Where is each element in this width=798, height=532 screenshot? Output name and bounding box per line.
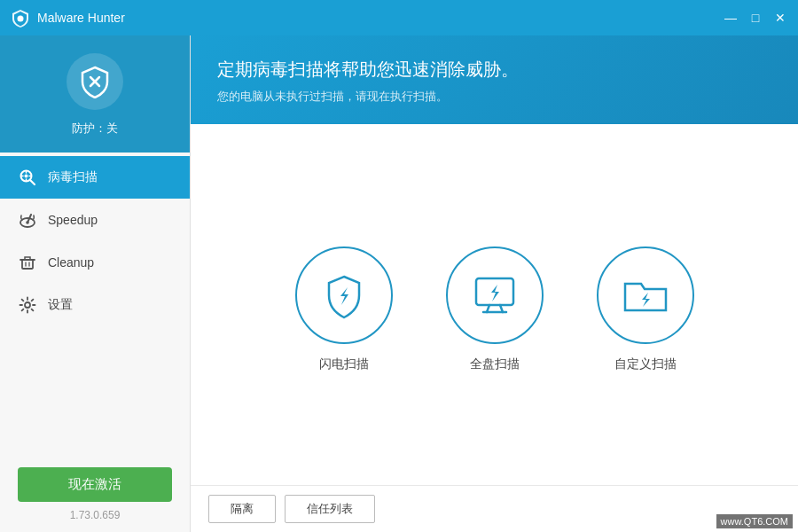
flash-scan-label: 闪电扫描: [319, 356, 369, 372]
flash-scan-icon: [318, 270, 370, 321]
full-scan-label: 全盘扫描: [470, 356, 520, 372]
sidebar-header: 防护：关: [0, 35, 190, 153]
svg-point-11: [25, 302, 30, 308]
sidebar: 防护：关 病毒扫描: [0, 35, 191, 532]
banner-title: 定期病毒扫描将帮助您迅速消除威胁。: [217, 58, 771, 82]
title-bar: Malware Hunter — □ ✕: [0, 0, 798, 35]
svg-point-5: [25, 175, 28, 178]
version-label: 1.73.0.659: [18, 509, 172, 521]
scan-icons-row: 闪电扫描 全盘扫描: [191, 124, 798, 485]
custom-scan-option[interactable]: 自定义扫描: [597, 246, 694, 372]
custom-scan-label: 自定义扫描: [614, 356, 677, 372]
main-content: 定期病毒扫描将帮助您迅速消除威胁。 您的电脑从未执行过扫描，请现在执行扫描。 闪…: [191, 35, 798, 532]
minimize-button[interactable]: —: [724, 12, 738, 24]
banner-subtitle: 您的电脑从未执行过扫描，请现在执行扫描。: [217, 89, 771, 105]
sidebar-item-settings[interactable]: 设置: [0, 284, 190, 326]
full-scan-icon: [467, 268, 522, 323]
cleanup-icon: [18, 253, 37, 272]
nav-items: 病毒扫描 Speedup: [0, 153, 190, 453]
sidebar-footer: 现在激活 1.73.0.659: [0, 453, 190, 532]
app-title: Malware Hunter: [37, 11, 724, 25]
virus-scan-icon: [18, 168, 37, 187]
protection-status-label: 防护：关: [72, 121, 118, 137]
sidebar-item-cleanup-label: Cleanup: [48, 255, 94, 270]
watermark-label: www.QT6.COM: [716, 514, 793, 528]
full-scan-circle: [446, 246, 544, 344]
app-body: 防护：关 病毒扫描: [0, 35, 798, 532]
app-logo-icon: [11, 8, 30, 27]
top-banner: 定期病毒扫描将帮助您迅速消除威胁。 您的电脑从未执行过扫描，请现在执行扫描。: [191, 35, 798, 124]
svg-rect-8: [22, 260, 33, 269]
sidebar-item-settings-label: 设置: [48, 297, 73, 313]
maximize-button[interactable]: □: [748, 12, 763, 24]
window-controls: — □ ✕: [724, 12, 787, 24]
shield-icon-wrap: [66, 53, 123, 110]
svg-point-7: [26, 221, 29, 224]
activate-button[interactable]: 现在激活: [18, 467, 172, 502]
flash-scan-option[interactable]: 闪电扫描: [295, 246, 393, 372]
sidebar-item-cleanup[interactable]: Cleanup: [0, 241, 190, 284]
quarantine-button[interactable]: 隔离: [208, 495, 276, 523]
settings-icon: [18, 295, 37, 315]
sidebar-item-virus-scan-label: 病毒扫描: [48, 169, 98, 185]
trust-list-button[interactable]: 信任列表: [285, 495, 375, 523]
sidebar-item-speedup-label: Speedup: [48, 213, 98, 227]
svg-point-0: [18, 16, 24, 22]
close-button[interactable]: ✕: [773, 12, 787, 24]
flash-scan-circle: [295, 246, 393, 344]
svg-line-4: [30, 180, 35, 184]
sidebar-item-virus-scan[interactable]: 病毒扫描: [0, 156, 190, 199]
custom-scan-circle: [597, 246, 694, 344]
custom-scan-icon: [618, 268, 673, 323]
bottom-bar: 隔离 信任列表: [191, 485, 798, 532]
full-scan-option[interactable]: 全盘扫描: [446, 246, 544, 372]
sidebar-item-speedup[interactable]: Speedup: [0, 199, 190, 241]
scan-area: 闪电扫描 全盘扫描: [191, 124, 798, 532]
speedup-icon: [18, 210, 37, 230]
shield-x-icon: [78, 65, 112, 98]
